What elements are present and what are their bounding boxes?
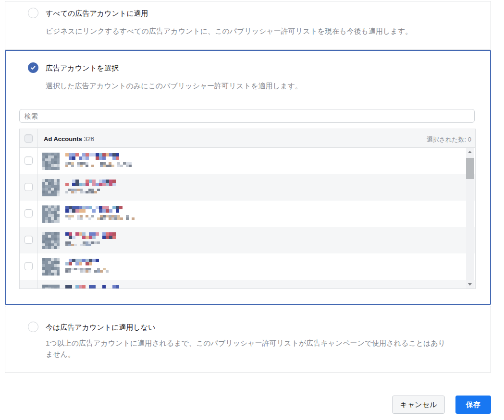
row-checkbox[interactable]: [25, 236, 33, 244]
ad-accounts-list: [20, 148, 475, 288]
table-row[interactable]: [20, 253, 475, 280]
account-name-redacted: [65, 259, 99, 265]
account-name-redacted: [65, 232, 118, 239]
scroll-down-button[interactable]: [466, 280, 474, 288]
account-id-redacted: [65, 189, 100, 193]
row-checkbox-column: [20, 174, 37, 201]
table-row-count: 326: [84, 135, 94, 143]
row-checkbox-column: [20, 148, 37, 174]
account-avatar: [42, 205, 60, 223]
account-avatar: [42, 232, 60, 249]
table-title: Ad Accounts 326: [44, 135, 94, 143]
table-row[interactable]: [20, 174, 475, 201]
account-avatar: [42, 258, 60, 276]
triangle-up-icon: [468, 151, 472, 153]
cancel-button[interactable]: キャンセル: [392, 396, 445, 414]
apply-allowlist-dialog: すべての広告アカウントに適用 ビジネスにリンクするすべての広告アカウントに、この…: [0, 0, 504, 420]
account-id-redacted: [65, 268, 109, 273]
account-name-redacted: [65, 285, 119, 288]
account-avatar: [42, 153, 60, 170]
row-checkbox-column: [20, 227, 37, 253]
account-name-redacted: [65, 180, 116, 186]
selected-count-label: 選択された数: 0: [427, 135, 471, 144]
check-icon: [30, 64, 37, 71]
list-scrollbar[interactable]: [466, 148, 474, 288]
option-title-select-accounts: 広告アカウントを選択: [46, 64, 119, 73]
scrollbar-thumb[interactable]: [466, 158, 474, 179]
row-checkbox-column: [20, 280, 37, 288]
table-row[interactable]: [20, 227, 475, 253]
account-avatar: [42, 179, 60, 196]
radio-apply-none[interactable]: [28, 322, 38, 332]
select-all-checkbox[interactable]: [25, 134, 33, 143]
table-row[interactable]: [20, 201, 475, 227]
radio-apply-all-accounts[interactable]: [28, 8, 38, 18]
ad-accounts-table-header: Ad Accounts 326 選択された数: 0: [20, 129, 475, 148]
row-checkbox-column: [20, 201, 37, 227]
triangle-down-icon: [468, 283, 472, 286]
option-desc-apply-none: 1つ以上の広告アカウントに適用されるまで、このパブリッシャー許可リストが広告キャ…: [46, 337, 452, 360]
account-search-input[interactable]: [19, 109, 475, 123]
row-checkbox[interactable]: [25, 209, 33, 217]
account-id-redacted: [65, 162, 135, 167]
account-id-redacted: [65, 215, 135, 220]
option-desc-select-accounts: 選択した広告アカウントのみにこのパブリッシャー許可リストを適用します。: [46, 80, 478, 91]
header-checkbox-column: [20, 129, 37, 147]
table-row[interactable]: [20, 280, 475, 288]
row-checkbox[interactable]: [25, 262, 33, 270]
account-id-redacted: [65, 241, 100, 246]
table-title-text: Ad Accounts: [44, 135, 82, 143]
account-name-redacted: [65, 153, 122, 160]
row-checkbox[interactable]: [25, 183, 33, 191]
row-checkbox-column: [20, 253, 37, 280]
scroll-up-button[interactable]: [466, 148, 474, 156]
account-name-redacted: [65, 206, 124, 213]
save-button[interactable]: 保存: [455, 396, 491, 414]
option-title-all-accounts: すべての広告アカウントに適用: [46, 9, 148, 18]
table-row[interactable]: [20, 148, 475, 174]
option-desc-all-accounts: ビジネスにリンクするすべての広告アカウントに、このパブリッシャー許可リストを現在…: [46, 25, 478, 36]
option-title-apply-none: 今は広告アカウントに適用しない: [46, 323, 156, 332]
row-checkbox[interactable]: [25, 156, 33, 165]
radio-select-accounts[interactable]: [28, 62, 38, 73]
ad-accounts-table: Ad Accounts 326 選択された数: 0: [19, 129, 476, 289]
account-avatar: [42, 285, 60, 288]
